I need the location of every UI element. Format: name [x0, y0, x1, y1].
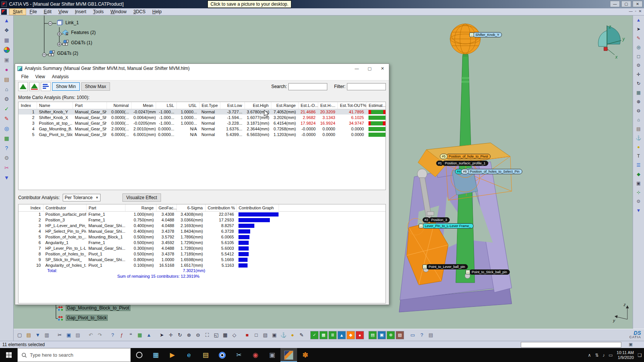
column-header[interactable]: Est.Range	[271, 102, 298, 109]
column-header[interactable]: Contributor	[43, 204, 86, 211]
tools-wrench-icon[interactable]: ⚙	[2, 94, 11, 104]
plane-icon[interactable]: ◻	[635, 52, 643, 60]
table-row[interactable]: 5Gap_Pivot_to_StickManual_Gear_Sh...6.00…	[19, 131, 386, 137]
dcs-flower-icon[interactable]: ✽	[297, 348, 314, 362]
pencil-icon[interactable]: ✎	[635, 34, 643, 42]
column-header[interactable]: Est.L-O...	[298, 102, 318, 109]
security-app-icon[interactable]: ▣	[264, 348, 280, 362]
dialog-title-bar[interactable]: Analysis Summary (Manual Gear Shifter MV…	[15, 64, 389, 73]
globe-icon[interactable]: ◎	[2, 124, 11, 133]
menu-item-view[interactable]: View	[55, 9, 71, 15]
chat-icon[interactable]: ❝	[127, 331, 135, 339]
sort-bars-icon[interactable]	[41, 82, 51, 91]
dialog-menu-file[interactable]: File	[18, 74, 31, 80]
paste-icon[interactable]: ▨	[74, 331, 82, 339]
fx-knowledge-icon[interactable]: ƒ	[118, 331, 126, 339]
file-explorer-icon[interactable]: ▤	[197, 348, 214, 362]
column-header[interactable]: LSL	[156, 102, 176, 109]
show-max-button[interactable]: Show Max	[81, 82, 110, 91]
iso-view-icon[interactable]: ◇	[230, 331, 238, 339]
sketch-z-icon[interactable]: ✎	[297, 331, 306, 339]
spreadsheet-icon[interactable]: ▦	[2, 134, 11, 143]
scroll-down-icon[interactable]: ▼	[635, 206, 643, 215]
pink-tools-icon[interactable]: ✂	[2, 163, 11, 172]
column-header[interactable]: Est.High	[245, 102, 271, 109]
target-icon[interactable]: ◎	[635, 43, 643, 51]
dialog-minimize-button[interactable]: —	[350, 64, 363, 73]
tree-item-features[interactable]: Features (2)	[62, 29, 96, 36]
dcs-measure-icon[interactable]: ●	[356, 331, 364, 339]
volume-icon[interactable]: ♪	[602, 353, 605, 358]
label-point-to-lever-ball-pin[interactable]: ↔ Point_to_Lever_ball_pin	[423, 264, 468, 269]
fit-all-icon[interactable]: ⛶	[203, 331, 211, 339]
measure-icon[interactable]: ◆	[635, 170, 643, 178]
axis-icon[interactable]: ⊹	[635, 188, 643, 196]
table-header-row[interactable]: IndexContributorPartRangeGeoFac...6-Sigm…	[19, 204, 386, 211]
normal-view-icon[interactable]: ◱	[212, 331, 220, 339]
text-icon[interactable]: T	[635, 152, 643, 160]
warehouse-icon[interactable]: ⌂	[2, 85, 11, 94]
table-row[interactable]: 9SP_Stick_to_Pivot_Manual_Gear_Shi...0.8…	[19, 257, 386, 262]
pan-icon[interactable]: ✛	[167, 331, 175, 339]
home-view-icon[interactable]: ⌂	[635, 116, 643, 124]
camera-icon[interactable]: ▣	[270, 331, 279, 339]
macro-table-icon[interactable]: ▦	[136, 331, 144, 339]
dcs-report-icon[interactable]: ▤	[368, 331, 377, 339]
menu-item-help[interactable]: Help	[149, 9, 165, 15]
light-icon[interactable]: ●	[635, 143, 643, 151]
power-input-field[interactable]	[521, 342, 621, 348]
menu-item-window[interactable]: Window	[107, 9, 130, 15]
menu-item-tools[interactable]: Tools	[90, 9, 107, 15]
copy-icon[interactable]: ▣	[65, 331, 73, 339]
hide-show-icon[interactable]: ▧	[261, 331, 269, 339]
whats-this-icon[interactable]: ?	[108, 331, 117, 339]
minimize-button[interactable]: —	[610, 1, 620, 7]
label-position-3[interactable]: #2 Position_3	[423, 217, 450, 223]
label-position-of-holes-to-select-pin[interactable]: #4 #8 Position_of_holes_to_Select_Pin	[455, 169, 522, 174]
undo-icon[interactable]: ↶	[87, 331, 95, 339]
edge-icon[interactable]: e	[181, 348, 197, 362]
catia-active-icon[interactable]	[280, 348, 297, 362]
dcs-locate-icon[interactable]: ⊕	[387, 331, 395, 339]
label-lever-pin-to-l-lever-frame[interactable]: ↔ Lever_Pin_to_L-Lever Frame_	[419, 223, 474, 229]
tree-item-link-1[interactable]: Link_1	[56, 20, 79, 26]
menu-item-file[interactable]: File	[26, 9, 40, 15]
show-min-button[interactable]: Show Min	[52, 82, 80, 91]
anchor-icon[interactable]: ⚓	[279, 331, 288, 339]
filter-input[interactable]	[347, 83, 386, 90]
table-row[interactable]: 2Position_3Frame_10.750(mm)4.04883.0366(…	[19, 217, 386, 223]
cortana-icon[interactable]	[131, 348, 147, 362]
column-header[interactable]: Name	[37, 102, 73, 109]
table-row[interactable]: 2Shifter_Knob_XManual_Gear_Sh...0.0000(.…	[19, 114, 386, 120]
table-row[interactable]: 10Angularity_of_holes_t...Pivot_10.100(m…	[19, 262, 386, 268]
list-icon[interactable]: ☰	[635, 161, 643, 169]
rotate-icon[interactable]: ↻	[635, 79, 643, 88]
grid-icon[interactable]: ▦	[635, 88, 643, 97]
catalog-clipboard-icon[interactable]: ▤	[2, 75, 11, 84]
table-row[interactable]: 3Position_at_top_...Manual_Gear_Sh...0.0…	[19, 120, 386, 126]
workbench-cube-icon[interactable]: ▣	[2, 55, 11, 64]
table-row[interactable]: 7HP_Lever_Pin_to_L-L...Manual_Gear_Shi..…	[19, 245, 386, 251]
zoom-in-icon[interactable]: ⊕	[635, 97, 643, 106]
print-icon[interactable]: ▥	[43, 331, 51, 339]
movies-tv-icon[interactable]: ▶	[164, 348, 181, 362]
table-row[interactable]: 4HP_Select_Pin_to_PivotManual_Gear_Shi..…	[19, 228, 386, 234]
tree-item-label[interactable]: Link_1	[65, 20, 79, 25]
zoom-out-icon[interactable]: ⊖	[635, 107, 643, 115]
histogram-min-icon[interactable]	[18, 82, 28, 91]
tree-item-label[interactable]: Gap_Mounting_Block_to_Pivot	[66, 305, 130, 311]
tree-item-gdts-1[interactable]: GD&Ts (1)	[62, 40, 93, 46]
help-sphere-icon[interactable]: ?	[2, 144, 11, 153]
light-icon[interactable]: ●	[288, 331, 297, 339]
column-header[interactable]: GeoFac...	[156, 204, 176, 211]
label-position-surfacic-profile-1[interactable]: #1 Position_surfacic_profile_1	[436, 161, 488, 166]
column-header[interactable]: Part	[86, 204, 125, 211]
histogram-max-icon[interactable]	[29, 82, 39, 91]
annotate-pencil-icon[interactable]: ✎	[2, 114, 11, 123]
column-header[interactable]: USL	[176, 102, 199, 109]
save-icon[interactable]: ▼	[34, 331, 42, 339]
dcs-analyze-icon[interactable]: ▦	[319, 331, 328, 339]
select-arrow-icon[interactable]: ➤	[635, 25, 643, 33]
label-position-of-hole-to-pivot[interactable]: #5 Position_of_hole_to_Pivot	[440, 154, 491, 159]
validate-check-icon[interactable]: ✓	[2, 104, 11, 113]
